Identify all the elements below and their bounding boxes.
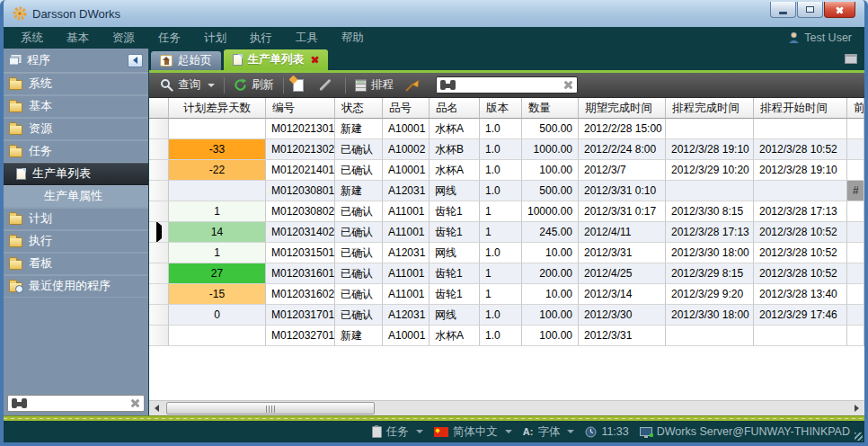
cell-end — [666, 326, 754, 346]
column-header-ver[interactable]: 版本 — [480, 98, 522, 119]
toolbar-search-clear-icon[interactable] — [563, 80, 573, 90]
column-header-extra[interactable]: 前 — [847, 98, 864, 119]
scroll-right-button[interactable] — [849, 401, 864, 415]
column-header-status[interactable]: 状态 — [335, 98, 383, 119]
refresh-button[interactable]: 刷新 — [228, 76, 279, 94]
column-header-pid[interactable]: 品号 — [383, 98, 430, 119]
cell-code: M012031602 — [266, 284, 335, 305]
table-row[interactable]: -22M012021401已确认A10001水杯A1.0100.002012/3… — [149, 160, 864, 181]
close-button[interactable] — [824, 2, 855, 18]
sidebar-item[interactable]: 计划 — [4, 208, 148, 230]
menu-item[interactable]: 工具 — [284, 27, 330, 49]
horizontal-scrollbar[interactable] — [149, 400, 864, 415]
menu-item[interactable]: 计划 — [192, 27, 238, 49]
column-header-end[interactable]: 排程完成时间 — [666, 98, 754, 119]
cell-start: 2012/3/28 19:10 — [754, 160, 847, 181]
sidebar-item[interactable]: 最近使用的程序 — [4, 275, 148, 298]
cell-end: 2012/3/30 8:15 — [666, 201, 754, 222]
cell-diff: -15 — [169, 284, 266, 305]
cell-extra — [847, 326, 864, 346]
cell-pid: A11001 — [383, 284, 430, 305]
table-row[interactable]: M012021301新建A10001水杯A1.0500.002012/2/28 … — [149, 119, 864, 139]
column-header-selector[interactable] — [149, 98, 169, 119]
cell-start — [754, 181, 847, 201]
cell-extra — [847, 119, 864, 139]
user-menu[interactable]: Test User — [788, 31, 859, 44]
cell-extra — [847, 305, 864, 326]
column-header-start[interactable]: 排程开始时间 — [754, 98, 847, 119]
cell-ver: 1.0 — [480, 243, 522, 263]
schedule-button[interactable]: 排程 — [350, 76, 399, 94]
sidebar-item[interactable]: 资源 — [4, 118, 148, 140]
app-gear-icon — [13, 6, 27, 21]
menu-item[interactable]: 任务 — [146, 27, 192, 49]
column-header-due[interactable]: 期望完成时间 — [579, 98, 666, 119]
menu-item[interactable]: 帮助 — [330, 27, 376, 49]
resize-grip[interactable] — [855, 433, 863, 441]
cell-pname: 水杯A — [430, 326, 480, 346]
sidebar-item[interactable]: 执行 — [4, 230, 148, 253]
minimize-button[interactable] — [770, 2, 796, 18]
sidebar-item[interactable]: 任务 — [4, 140, 148, 163]
cell-diff — [169, 326, 266, 346]
cell-start: 2012/3/29 17:46 — [754, 305, 847, 326]
sidebar-item[interactable]: 生产单列表 — [4, 163, 148, 185]
cell-pid: A11001 — [383, 263, 430, 284]
column-header-pname[interactable]: 品名 — [430, 98, 480, 119]
table-row[interactable]: 14M012031402已确认A11001齿轮11245.002012/4/11… — [149, 222, 864, 243]
toolbar-search-input[interactable] — [459, 79, 563, 92]
column-header-diff[interactable]: 计划差异天数 — [169, 98, 266, 119]
float-window-icon[interactable] — [845, 54, 857, 64]
sidebar-item[interactable]: 系统 — [4, 73, 148, 95]
sidebar-item-label: 资源 — [29, 120, 52, 137]
task-menu[interactable]: 任务 — [372, 424, 423, 440]
cell-ver: 1.0 — [480, 326, 522, 346]
status-bar: 任务 简体中文 A: 字体 11:33 DWorks Server@FUNWAY… — [4, 421, 864, 442]
table-row[interactable]: 1M012030802已确认A11001齿轮1110000.002012/3/3… — [149, 201, 864, 222]
sidebar-search-clear-icon[interactable] — [130, 398, 140, 408]
table-row[interactable]: 0M012031701已确认A12031网线1.0100.002012/3/30… — [149, 305, 864, 326]
query-button[interactable]: 查询 — [155, 76, 220, 94]
sidebar-search-input[interactable] — [31, 397, 130, 410]
sidebar-item[interactable]: 基本 — [4, 95, 148, 118]
minimize-icon — [779, 12, 787, 14]
cell-extra — [847, 139, 864, 160]
tab-inactive[interactable]: 起始页 — [151, 51, 221, 70]
tab-close-icon[interactable] — [311, 56, 319, 64]
close-icon — [835, 4, 845, 14]
title-bar: Darsson DWorks — [4, 0, 864, 27]
cell-due: 2012/2/24 8:00 — [579, 139, 666, 160]
table-row[interactable]: -15M012031602已确认A11001齿轮1110.002012/3/14… — [149, 284, 864, 305]
new-button[interactable] — [288, 77, 309, 94]
cell-ver: 1.0 — [480, 160, 522, 181]
maximize-button[interactable] — [797, 2, 823, 18]
table-row[interactable]: M012032701新建A10001水杯A1.0100.002012/3/31 — [149, 326, 864, 346]
menu-item[interactable]: 资源 — [101, 27, 146, 49]
cell-ver: 1.0 — [480, 305, 522, 326]
table-row[interactable]: M012030801新建A12031网线1.0500.002012/3/31 0… — [149, 181, 864, 201]
sidebar-collapse-button[interactable] — [128, 54, 143, 67]
menu-bar: 系统基本资源任务计划执行工具帮助 Test User — [4, 27, 864, 49]
cell-end: 2012/3/30 18:00 — [666, 305, 754, 326]
table-row[interactable]: -33M012021302已确认A10002水杯B1.01000.002012/… — [149, 139, 864, 160]
menu-item[interactable]: 基本 — [55, 27, 101, 49]
font-menu[interactable]: A: 字体 — [523, 424, 575, 440]
scrollbar-thumb[interactable] — [166, 402, 375, 415]
table-row[interactable]: 27M012031601已确认A11001齿轮11200.002012/4/25… — [149, 263, 864, 284]
menu-item[interactable]: 系统 — [9, 27, 55, 49]
menu-item[interactable]: 执行 — [238, 27, 284, 49]
edit-button[interactable] — [309, 82, 341, 88]
cell-ver: 1.0 — [480, 119, 522, 139]
cell-extra: # — [847, 181, 864, 201]
sidebar-item[interactable]: 看板 — [4, 253, 148, 275]
table-row[interactable]: 1M012031501已确认A12031网线1.010.002012/3/312… — [149, 243, 864, 263]
column-header-qty[interactable]: 数量 — [522, 98, 579, 119]
cell-extra — [847, 201, 864, 222]
server-status: DWorks Server@FUNWAY-THINKPAD — [640, 425, 850, 438]
column-header-code[interactable]: 编号 — [266, 98, 335, 119]
language-menu[interactable]: 简体中文 — [434, 424, 512, 440]
sidebar-item[interactable]: 生产单属性 — [4, 185, 148, 208]
tab-active[interactable]: 生产单列表 — [224, 49, 329, 70]
scroll-left-button[interactable] — [149, 401, 164, 415]
clean-button[interactable] — [399, 76, 425, 94]
